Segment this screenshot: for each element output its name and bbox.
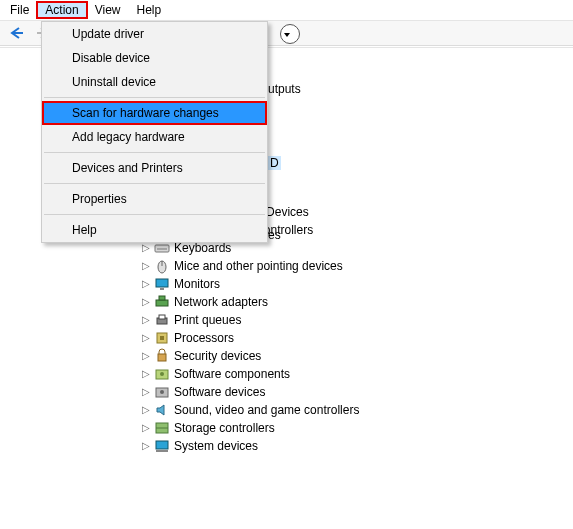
menu-separator [44,214,265,215]
expand-icon[interactable] [140,401,152,419]
system-icon [154,438,170,454]
toolbar-circle-icon[interactable] [280,24,300,44]
tree-node-label: Security devices [174,347,261,365]
tree-node-monitors[interactable]: Monitors [140,275,573,293]
tree-node-software-devices[interactable]: Software devices [140,383,573,401]
tree-node-security-devices[interactable]: Security devices [140,347,573,365]
menu-item-uninstall-device[interactable]: Uninstall device [42,70,267,94]
tree-node-label: Mice and other pointing devices [174,257,343,275]
swcomp-icon [154,366,170,382]
expand-icon[interactable] [140,347,152,365]
expand-icon[interactable] [140,419,152,437]
cpu-icon [154,330,170,346]
back-button[interactable] [4,22,30,44]
tree-node-label: Print queues [174,311,241,329]
expand-icon[interactable] [140,293,152,311]
menu-action[interactable]: Action [37,2,86,18]
menu-separator [44,97,265,98]
menu-item-disable-device[interactable]: Disable device [42,46,267,70]
menu-item-scan-for-hardware-changes[interactable]: Scan for hardware changes [42,101,267,125]
tree-node-processors[interactable]: Processors [140,329,573,347]
menu-item-add-legacy-hardware[interactable]: Add legacy hardware [42,125,267,149]
menu-file[interactable]: File [2,2,37,18]
svg-point-17 [160,372,164,376]
svg-rect-22 [156,441,168,449]
tree-node-mice-and-other-pointing-devices[interactable]: Mice and other pointing devices [140,257,573,275]
tree-node-system-devices[interactable]: System devices [140,437,573,455]
monitor-icon [154,276,170,292]
svg-rect-14 [160,336,164,340]
menu-view[interactable]: View [87,2,129,18]
svg-rect-15 [158,354,166,361]
tree-node-label: Storage controllers [174,419,275,437]
expand-icon[interactable] [140,383,152,401]
menu-separator [44,152,265,153]
svg-rect-8 [160,288,164,290]
menu-item-update-driver[interactable]: Update driver [42,22,267,46]
expand-icon[interactable] [140,257,152,275]
printer-icon [154,312,170,328]
tree-node-network-adapters[interactable]: Network adapters [140,293,573,311]
expand-icon[interactable] [140,437,152,455]
expand-icon[interactable] [140,329,152,347]
network-icon [154,294,170,310]
tree-node-label: Processors [174,329,234,347]
tree-node-label: Sound, video and game controllers [174,401,359,419]
sound-icon [154,402,170,418]
tree-node-label: Software devices [174,383,265,401]
tree-node-label: Network adapters [174,293,268,311]
menubar: File Action View Help [0,0,573,21]
swdev-icon [154,384,170,400]
tree-node-storage-controllers[interactable]: Storage controllers [140,419,573,437]
peek-text-1: utputs [268,82,301,96]
action-menu-dropdown: Update driverDisable deviceUninstall dev… [41,21,268,243]
expand-icon[interactable] [140,311,152,329]
peek-text-2: D [268,156,281,170]
mouse-icon [154,258,170,274]
svg-rect-7 [156,279,168,287]
svg-point-19 [160,390,164,394]
tree-node-software-components[interactable]: Software components [140,365,573,383]
svg-rect-12 [159,315,165,319]
menu-item-help[interactable]: Help [42,218,267,242]
tree-node-label: System devices [174,437,258,455]
tree-node-label: Software components [174,365,290,383]
security-icon [154,348,170,364]
tree-node-label: Monitors [174,275,220,293]
svg-rect-10 [159,296,165,300]
tree-node-sound-video-and-game-controllers[interactable]: Sound, video and game controllers [140,401,573,419]
storage-icon [154,420,170,436]
tree-node-print-queues[interactable]: Print queues [140,311,573,329]
menu-help[interactable]: Help [129,2,170,18]
svg-rect-23 [156,450,168,452]
menu-separator [44,183,265,184]
svg-rect-9 [156,300,168,306]
expand-icon[interactable] [140,275,152,293]
expand-icon[interactable] [140,365,152,383]
menu-item-properties[interactable]: Properties [42,187,267,211]
menu-item-devices-and-printers[interactable]: Devices and Printers [42,156,267,180]
peek-text-3: es [268,228,281,242]
